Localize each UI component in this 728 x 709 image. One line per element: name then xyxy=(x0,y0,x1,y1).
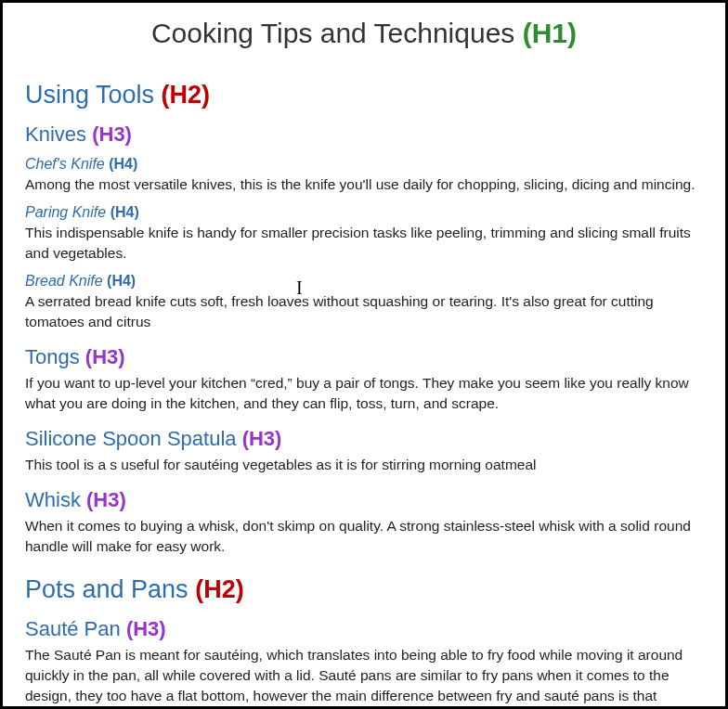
h3-text: Silicone Spoon Spatula xyxy=(25,427,237,450)
h3-text: Tongs xyxy=(25,345,80,368)
h3-text: Knives xyxy=(25,122,86,146)
heading-1: Cooking Tips and Techniques (H1) xyxy=(25,18,703,49)
body-text[interactable]: This indispensable knife is handy for sm… xyxy=(25,223,703,264)
h4-text: Paring Knife xyxy=(25,204,106,220)
heading-3-saute-pan: Sauté Pan (H3) xyxy=(25,617,703,641)
heading-4-bread-knife: Bread Knife (H4) xyxy=(25,273,703,290)
body-text[interactable]: This tool is a s useful for sautéing veg… xyxy=(25,455,703,475)
h1-text: Cooking Tips and Techniques xyxy=(151,18,514,48)
h3-text: Whisk xyxy=(25,488,81,511)
h4-text: Chef's Knife xyxy=(25,156,105,172)
h4-text: Bread Knife xyxy=(25,273,103,289)
body-text[interactable]: A serrated bread knife cuts soft, fresh … xyxy=(25,291,703,332)
heading-3-whisk: Whisk (H3) xyxy=(25,488,703,512)
h2-tag: (H2) xyxy=(195,575,244,603)
h3-tag: (H3) xyxy=(86,488,126,511)
h3-tag: (H3) xyxy=(85,345,125,368)
h4-tag: (H4) xyxy=(110,204,139,220)
body-text[interactable]: When it comes to buying a whisk, don't s… xyxy=(25,516,703,557)
h4-tag: (H4) xyxy=(107,273,136,289)
h3-tag: (H3) xyxy=(242,427,282,450)
h2-text: Pots and Pans xyxy=(25,575,188,603)
heading-2-using-tools: Using Tools (H2) xyxy=(25,81,703,110)
heading-3-spatula: Silicone Spoon Spatula (H3) xyxy=(25,427,703,451)
heading-4-chefs-knife: Chef's Knife (H4) xyxy=(25,156,703,173)
h1-tag: (H1) xyxy=(523,18,577,48)
h2-tag: (H2) xyxy=(162,81,211,109)
heading-3-knives: Knives (H3) xyxy=(25,122,703,147)
h4-tag: (H4) xyxy=(109,156,137,172)
body-text[interactable]: The Sauté Pan is meant for sautéing, whi… xyxy=(25,645,703,709)
body-text[interactable]: Among the most versatile knives, this is… xyxy=(25,174,703,195)
heading-2-pots-and-pans: Pots and Pans (H2) xyxy=(25,575,703,604)
h3-text: Sauté Pan xyxy=(25,617,121,640)
h3-tag: (H3) xyxy=(92,122,132,146)
h2-text: Using Tools xyxy=(25,81,154,109)
h3-tag: (H3) xyxy=(126,617,166,640)
heading-4-paring-knife: Paring Knife (H4) xyxy=(25,204,703,221)
heading-3-tongs: Tongs (H3) xyxy=(25,345,703,369)
body-text[interactable]: If you want to up-level your kitchen “cr… xyxy=(25,373,703,414)
